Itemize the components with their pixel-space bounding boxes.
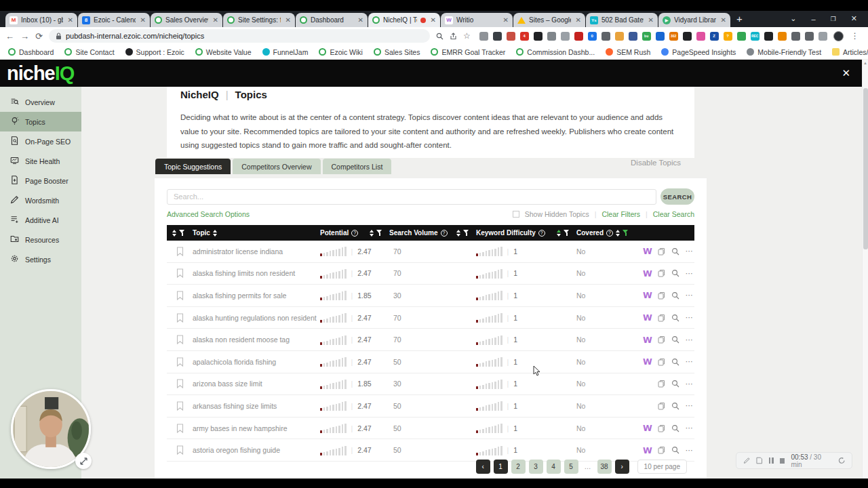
page-scrollbar[interactable]: ▲ [862,60,868,479]
sidebar-item-additive-ai[interactable]: Additive AI [0,210,81,230]
extension-icon[interactable] [737,32,746,41]
copy-icon[interactable] [658,446,665,454]
reload-icon[interactable]: ⟳ [35,32,43,41]
restore-button[interactable]: ❐ [831,16,836,22]
next-page-button[interactable]: › [615,460,629,474]
sidebar-item-wordsmith[interactable]: Wordsmith [0,190,81,210]
filter-icon[interactable] [179,230,185,236]
page-button-4[interactable]: 4 [547,460,561,474]
restart-icon[interactable] [838,457,845,464]
topic-cell[interactable]: administrator license indiana [193,247,320,256]
tab-close-icon[interactable]: ✕ [574,16,581,24]
extension-icon[interactable] [547,32,556,41]
extension-icon[interactable]: 4 [520,32,529,41]
browser-tab[interactable]: Ys 502 Bad Gateway ✕ [586,13,658,27]
browser-tab[interactable]: 8 Ezoic - Calendar ✕ [78,13,150,27]
close-window-button[interactable]: ✕ [851,14,857,23]
sort-icon[interactable] [172,230,176,237]
extension-icon[interactable] [696,32,705,41]
back-icon[interactable]: ← [5,32,14,41]
zoom-icon[interactable] [436,33,443,40]
bookmark-flag-icon[interactable] [176,445,184,455]
address-bar[interactable]: pubdash-internal.ezoic.com/nicheiq/topic… [49,29,430,43]
annotate-pencil-icon[interactable] [743,457,750,464]
profile-avatar[interactable] [833,31,844,41]
bookmark-item[interactable]: Sales Sites [374,48,420,56]
bookmark-flag-icon[interactable] [176,335,184,344]
topic-cell[interactable]: alaska hunting regulations non resident [193,314,320,322]
show-hidden-checkbox[interactable] [513,211,519,218]
sidebar-item-page-booster[interactable]: Page Booster [0,171,81,190]
bookmark-flag-icon[interactable] [176,401,184,411]
filter-icon[interactable] [463,230,469,236]
more-actions-icon[interactable]: ⋯ [686,291,694,300]
copy-icon[interactable] [658,336,665,344]
more-actions-icon[interactable]: ⋯ [686,380,694,388]
previous-page-button[interactable]: ‹ [476,460,490,474]
bookmark-item[interactable]: Site Contact [64,48,114,56]
scrollbar-up-arrow[interactable]: ▲ [863,60,868,66]
sidebar-item-resources[interactable]: Resources [0,230,81,249]
copy-icon[interactable] [658,380,665,388]
tab-close-icon[interactable]: ✕ [719,16,726,24]
search-button[interactable]: SEARCH [660,188,694,205]
share-icon[interactable] [450,33,457,40]
bookmark-flag-icon[interactable] [176,313,184,323]
tab-competitors-overview[interactable]: Competitors Overview [233,159,320,174]
clear-filters-link[interactable]: Clear Filters [601,210,640,218]
search-topic-icon[interactable] [671,446,679,454]
help-icon[interactable]: ? [606,230,613,237]
header-keyword-difficulty[interactable]: Keyword Difficulty? [476,229,576,237]
bookmark-item[interactable]: Articles/Links [832,48,868,56]
show-hidden-label[interactable]: Show Hidden Topics [525,210,589,218]
copy-icon[interactable] [658,402,665,410]
bookmark-flag-icon[interactable] [176,357,184,367]
filter-icon[interactable] [376,230,382,236]
sidebar-item-settings[interactable]: Settings [0,249,81,269]
bookmark-star-icon[interactable]: ☆ [463,31,471,41]
sort-icon-active[interactable] [557,230,561,237]
header-select-sort[interactable] [167,230,193,237]
sort-icon[interactable] [456,230,460,237]
writio-icon[interactable]: W [643,290,652,300]
filter-icon[interactable] [564,230,570,236]
search-topic-icon[interactable] [671,358,679,366]
bookmark-item[interactable]: Website Value [195,48,252,56]
sidebar-item-site-health[interactable]: Site Health [0,151,81,171]
search-topic-icon[interactable] [671,380,679,388]
help-icon[interactable]: ? [538,230,545,237]
writio-icon[interactable]: W [643,445,652,455]
extension-icon[interactable]: Z [710,32,719,41]
bookmark-flag-icon[interactable] [176,379,184,388]
extension-icon[interactable] [534,32,542,41]
bookmark-item[interactable]: Mobile-Friendly Test [747,48,821,56]
extension-icon[interactable] [656,32,665,41]
more-actions-icon[interactable]: ⋯ [686,313,694,322]
pause-icon[interactable] [769,458,774,464]
browser-tab[interactable]: Sites – Google Ad ✕ [513,13,585,27]
bookmark-flag-icon[interactable] [176,424,184,433]
extension-icon[interactable] [629,32,637,41]
search-topic-icon[interactable] [671,424,679,432]
writio-icon[interactable]: W [643,268,652,279]
browser-tab[interactable]: Site Settings: fishin ✕ [223,13,295,27]
bookmark-item[interactable]: PageSpeed Insights [661,48,736,56]
more-actions-icon[interactable]: ⋯ [686,247,694,256]
extension-icon[interactable] [493,32,502,41]
search-topic-icon[interactable] [671,314,679,322]
copy-icon[interactable] [658,358,665,366]
copy-icon[interactable] [658,424,665,432]
browser-tab[interactable]: W Writio ✕ [441,13,513,27]
advanced-search-link[interactable]: Advanced Search Options [167,210,250,218]
extension-icon[interactable] [805,32,814,41]
bookmark-item[interactable]: SEM Rush [606,48,650,56]
copy-icon[interactable] [658,291,665,300]
per-page-select[interactable]: 10 per page [637,460,687,474]
tab-close-icon[interactable]: ✕ [502,16,509,24]
tab-close-icon[interactable]: ✕ [212,16,218,24]
bookmark-item[interactable]: Support : Ezoic [125,48,184,56]
minimize-button[interactable]: – [812,15,816,23]
extension-icon[interactable] [791,32,800,41]
extension-icon[interactable] [601,32,610,41]
tab-close-icon[interactable]: ✕ [139,16,146,24]
